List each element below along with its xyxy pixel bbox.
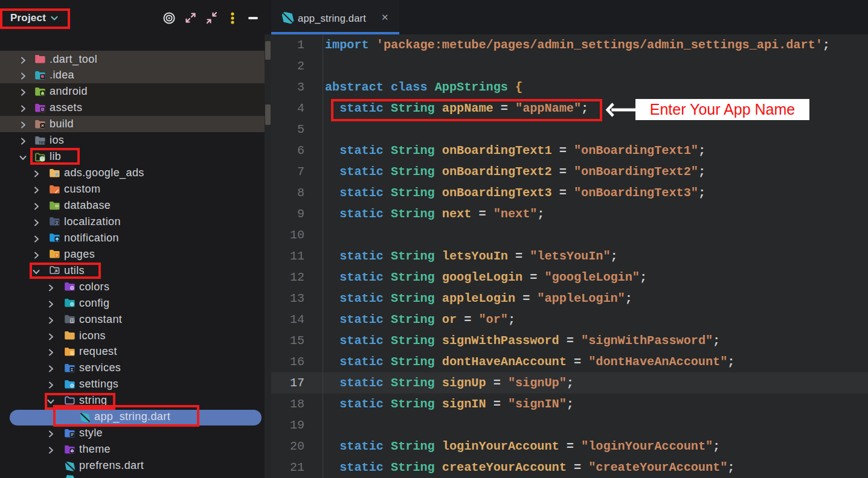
svg-text:Σ: Σ bbox=[71, 367, 74, 372]
svg-text:ios: ios bbox=[39, 139, 46, 144]
svg-text:文: 文 bbox=[55, 220, 60, 226]
